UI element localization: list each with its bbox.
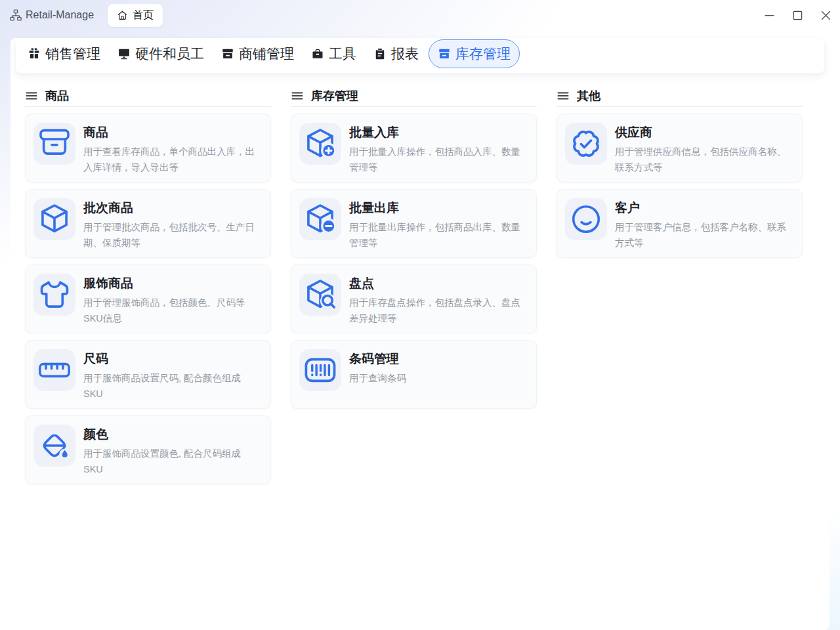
column-header: 库存管理: [291, 87, 537, 104]
app-title: Retail-Manage: [26, 9, 94, 21]
column-goods: 商品 商品 用于查看库存商品，单个商品出入库，出入库详情，导入导出等 批次商品 …: [25, 87, 271, 484]
column-inventory: 库存管理 批量入库 用于批量入库操作，包括商品入库、数量管理等 批量出库 用于批…: [291, 87, 537, 409]
smiley-icon: [565, 198, 607, 240]
card-size[interactable]: 尺码 用于服饰商品设置尺码, 配合颜色组成SKU: [25, 340, 271, 409]
menu-icon: [291, 89, 304, 102]
card-description: 用于查看库存商品，单个商品出入库，出入库详情，导入导出等: [83, 144, 255, 175]
monitor-icon: [117, 47, 131, 60]
archive-box-icon: [33, 123, 75, 165]
card-goods[interactable]: 商品 用于查看库存商品，单个商品出入库，出入库详情，导入导出等: [25, 114, 271, 182]
card-title: 商品: [83, 124, 255, 140]
card-title: 客户: [615, 200, 787, 216]
storefront-icon: [221, 47, 234, 60]
main-panel: 销售管理 硬件和员工 商铺管理 工具 报表 库存管理 商品: [10, 38, 830, 630]
sitemap-icon: [9, 9, 22, 22]
nav-item-inventory[interactable]: 库存管理: [429, 39, 520, 68]
nav-item-sales[interactable]: 销售管理: [20, 39, 108, 68]
ruler-icon: [33, 349, 75, 391]
card-title: 服饰商品: [83, 275, 255, 291]
card-bulk-outbound[interactable]: 批量出库 用于批量出库操作，包括商品出库、数量管理等: [291, 189, 537, 258]
window-controls: [755, 0, 840, 30]
cube-search-icon: [299, 274, 341, 316]
nav-item-label: 报表: [391, 45, 419, 63]
card-description: 用于服饰商品设置颜色, 配合尺码组成SKU: [83, 446, 255, 477]
cube-icon: [33, 198, 75, 240]
nav-item-label: 工具: [329, 45, 356, 63]
close-button[interactable]: [812, 0, 840, 30]
card-supplier[interactable]: 供应商 用于管理供应商信息，包括供应商名称、联系方式等: [556, 114, 803, 182]
column-title: 商品: [45, 88, 69, 104]
card-customer[interactable]: 客户 用于管理客户信息，包括客户名称、联系方式等: [556, 189, 803, 258]
card-title: 尺码: [83, 350, 255, 367]
card-description: 用于库存盘点操作，包括盘点录入、盘点差异处理等: [349, 295, 521, 326]
nav-item-label: 销售管理: [45, 45, 100, 63]
nav-item-label: 硬件和员工: [135, 45, 204, 63]
titlebar: Retail-Manage 首页: [0, 0, 840, 30]
color-diamond-icon: [33, 425, 75, 467]
nav-item-label: 商铺管理: [239, 45, 294, 63]
nav-item-hardware-staff[interactable]: 硬件和员工: [110, 39, 211, 68]
divider: [291, 106, 537, 107]
card-title: 批量入库: [349, 124, 521, 140]
card-title: 条码管理: [349, 350, 406, 367]
card-description: 用于服饰商品设置尺码, 配合颜色组成SKU: [83, 370, 255, 402]
content-area: 商品 商品 用于查看库存商品，单个商品出入库，出入库详情，导入导出等 批次商品 …: [10, 74, 830, 484]
card-description: 用于管理批次商品，包括批次号、生产日期、保质期等: [83, 219, 255, 251]
nav-item-shop-management[interactable]: 商铺管理: [214, 39, 301, 68]
tshirt-icon: [33, 274, 75, 316]
card-title: 批次商品: [83, 200, 255, 216]
card-title: 盘点: [349, 275, 521, 291]
card-title: 颜色: [83, 426, 255, 442]
column-header: 商品: [25, 87, 271, 104]
card-description: 用于管理服饰商品，包括颜色、尺码等SKU信息: [83, 295, 255, 326]
card-description: 用于批量出库操作，包括商品出库、数量管理等: [349, 219, 521, 251]
minimize-button[interactable]: [755, 0, 784, 30]
cube-plus-icon: [299, 123, 341, 165]
column-header: 其他: [556, 87, 803, 104]
nav-item-reports[interactable]: 报表: [366, 39, 426, 68]
storefront-icon: [438, 47, 451, 60]
card-description: 用于管理客户信息，包括客户名称、联系方式等: [615, 219, 787, 251]
column-title: 库存管理: [311, 88, 358, 104]
maximize-button[interactable]: [784, 0, 812, 30]
toolbox-icon: [311, 47, 324, 60]
barcode-icon: [299, 349, 341, 391]
menu-icon: [556, 89, 570, 102]
maximize-icon: [791, 9, 804, 22]
tab-home[interactable]: 首页: [108, 4, 163, 27]
column-title: 其他: [577, 88, 600, 104]
nav-bar: 销售管理 硬件和员工 商铺管理 工具 报表 库存管理: [16, 38, 824, 74]
gift-icon: [28, 47, 41, 60]
home-icon: [117, 10, 128, 21]
card-description: 用于查询条码: [349, 370, 406, 386]
card-apparel-goods[interactable]: 服饰商品 用于管理服饰商品，包括颜色、尺码等SKU信息: [25, 264, 271, 333]
card-description: 用于批量入库操作，包括商品入库、数量管理等: [349, 144, 521, 175]
card-title: 供应商: [615, 124, 787, 140]
column-others: 其他 供应商 用于管理供应商信息，包括供应商名称、联系方式等 客户 用于管理客户…: [556, 87, 803, 258]
card-title: 批量出库: [349, 200, 521, 216]
cube-minus-icon: [299, 198, 341, 240]
badge-check-icon: [565, 123, 607, 165]
card-stocktake[interactable]: 盘点 用于库存盘点操作，包括盘点录入、盘点差异处理等: [291, 264, 537, 333]
card-batch-goods[interactable]: 批次商品 用于管理批次商品，包括批次号、生产日期、保质期等: [25, 189, 271, 258]
divider: [25, 106, 271, 107]
clipboard-icon: [373, 47, 387, 60]
card-color[interactable]: 颜色 用于服饰商品设置颜色, 配合尺码组成SKU: [25, 415, 271, 484]
card-bulk-inbound[interactable]: 批量入库 用于批量入库操作，包括商品入库、数量管理等: [291, 114, 537, 182]
divider: [556, 106, 803, 107]
tab-home-label: 首页: [133, 9, 154, 22]
card-barcode[interactable]: 条码管理 用于查询条码: [291, 340, 537, 409]
nav-item-tools[interactable]: 工具: [304, 39, 364, 68]
card-description: 用于管理供应商信息，包括供应商名称、联系方式等: [615, 144, 787, 175]
nav-item-label: 库存管理: [455, 45, 511, 63]
menu-icon: [25, 89, 38, 102]
minimize-icon: [763, 9, 776, 22]
close-icon: [820, 9, 832, 22]
